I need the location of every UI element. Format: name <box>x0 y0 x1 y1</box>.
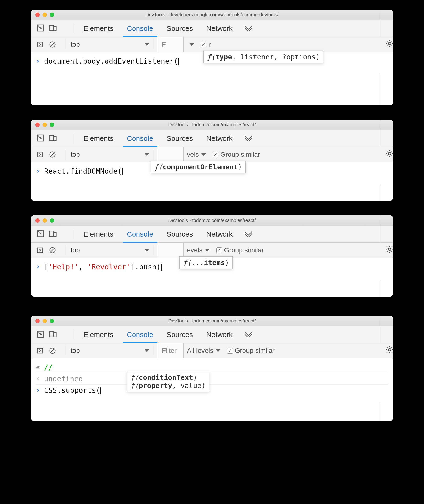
inspect-icon[interactable] <box>36 24 44 33</box>
window-title: DevTools - todomvc.com/examples/react/ <box>31 218 393 223</box>
tab-network[interactable]: Network <box>200 20 239 37</box>
more-tabs-icon[interactable] <box>244 25 253 32</box>
device-toggle-icon[interactable] <box>49 330 57 339</box>
console-filter-bar: topvelsGroup similar <box>31 147 393 162</box>
context-label: top <box>71 347 80 355</box>
console-code[interactable]: document.body.addEventListener( <box>44 57 179 65</box>
group-similar-checkbox[interactable]: r <box>197 41 214 48</box>
console-code[interactable]: undefined <box>44 375 83 383</box>
tab-network[interactable]: Network <box>200 326 239 343</box>
separator <box>73 330 73 340</box>
sidebar-toggle-icon[interactable] <box>36 151 44 158</box>
tab-elements[interactable]: Elements <box>77 226 120 242</box>
group-similar-checkbox[interactable]: Group similar <box>209 151 263 158</box>
svg-rect-29 <box>37 348 43 353</box>
separator <box>153 346 153 356</box>
chevron-down-icon <box>205 249 210 252</box>
clear-console-icon[interactable] <box>49 151 56 158</box>
text-cursor <box>122 168 123 175</box>
tab-elements[interactable]: Elements <box>77 326 120 343</box>
inspect-icon[interactable] <box>36 134 44 143</box>
gear-icon[interactable] <box>385 39 393 49</box>
gear-icon[interactable] <box>385 345 393 356</box>
filter-input[interactable]: Filter <box>157 343 184 358</box>
more-tabs-icon[interactable] <box>244 331 253 338</box>
sidebar-toggle-icon[interactable] <box>36 41 44 48</box>
context-selector[interactable]: top <box>71 347 149 355</box>
context-selector[interactable]: top <box>71 41 149 48</box>
inspect-icon[interactable] <box>36 330 44 339</box>
device-toggle-icon[interactable] <box>49 230 57 239</box>
clear-console-icon[interactable] <box>49 247 56 254</box>
tab-console[interactable]: Console <box>120 326 160 343</box>
separator <box>153 39 153 49</box>
console-line: ›CSS.supports( <box>36 385 388 396</box>
console-code[interactable]: React.findDOMNode( <box>44 167 123 175</box>
panel-tabs-toolbar: ElementsConsoleSourcesNetwork <box>31 326 393 343</box>
signature-segment: , value) <box>172 381 206 390</box>
console-line: ‹undefined <box>36 373 388 385</box>
separator <box>65 245 65 255</box>
context-selector[interactable]: top <box>71 151 149 158</box>
console-code[interactable]: ['Help!', 'Revolver'].push( <box>44 263 162 271</box>
signature-segment: ) <box>225 258 229 267</box>
svg-rect-21 <box>37 248 43 252</box>
device-toggle-icon[interactable] <box>49 24 57 33</box>
tab-network[interactable]: Network <box>200 130 239 147</box>
more-tabs-icon[interactable] <box>244 231 253 238</box>
tab-console[interactable]: Console <box>120 130 160 147</box>
chevron-down-icon <box>201 153 206 156</box>
sidebar-toggle-icon[interactable] <box>36 347 44 354</box>
signature-segment: ƒ( <box>154 163 163 171</box>
tab-elements[interactable]: Elements <box>77 20 120 37</box>
tab-console[interactable]: Console <box>120 226 160 242</box>
sidebar-toggle-icon[interactable] <box>36 247 44 254</box>
gear-icon[interactable] <box>385 149 393 160</box>
svg-rect-17 <box>54 232 56 236</box>
tab-console[interactable]: Console <box>120 20 160 37</box>
titlebar: DevTools - todomvc.com/examples/react/ <box>31 120 393 130</box>
gear-icon[interactable] <box>385 245 393 255</box>
log-levels-selector[interactable]: vels <box>184 151 209 158</box>
clear-console-icon[interactable] <box>49 347 56 354</box>
code-segment: 'Help!' <box>48 263 79 271</box>
tab-network[interactable]: Network <box>200 226 239 242</box>
device-toggle-icon[interactable] <box>49 134 57 143</box>
signature-segment: ƒ( <box>131 381 139 390</box>
filter-input[interactable] <box>157 243 184 258</box>
tab-elements[interactable]: Elements <box>77 130 120 147</box>
console-body[interactable]: ≥//‹undefined›CSS.supports( <box>31 358 393 403</box>
context-selector[interactable]: top <box>71 246 149 254</box>
clear-console-icon[interactable] <box>49 41 56 48</box>
tab-sources[interactable]: Sources <box>160 20 200 37</box>
console-code[interactable]: CSS.supports( <box>44 386 101 394</box>
filter-input[interactable] <box>157 147 184 162</box>
chevron-down-icon <box>216 349 220 352</box>
panel-tabs-toolbar: ElementsConsoleSourcesNetwork <box>31 226 393 243</box>
code-segment: document.body.addEventListener( <box>44 57 178 65</box>
code-segment: 'Revolver' <box>87 263 131 271</box>
separator <box>153 245 153 255</box>
separator <box>65 149 65 160</box>
log-levels-selector[interactable]: evels <box>184 246 213 254</box>
console-filter-bar: topFr <box>31 37 393 52</box>
tab-sources[interactable]: Sources <box>160 226 200 242</box>
console-line: ≥// <box>36 362 388 373</box>
tab-sources[interactable]: Sources <box>160 130 200 147</box>
code-segment: ].push( <box>131 263 161 271</box>
window-title: DevTools - todomvc.com/examples/react/ <box>31 122 393 128</box>
more-tabs-icon[interactable] <box>244 135 253 142</box>
console-code[interactable]: // <box>44 363 53 371</box>
inspect-icon[interactable] <box>36 230 44 239</box>
log-levels-selector[interactable]: All levels <box>184 347 224 355</box>
group-similar-checkbox[interactable]: Group similar <box>224 347 278 355</box>
return-arrow-icon: ‹ <box>36 375 41 382</box>
tab-sources[interactable]: Sources <box>160 326 200 343</box>
group-similar-checkbox[interactable]: Group similar <box>213 246 267 254</box>
log-levels-selector[interactable] <box>184 43 197 46</box>
code-segment: [ <box>44 263 48 271</box>
code-segment: CSS.supports( <box>44 386 100 394</box>
text-cursor <box>161 264 162 271</box>
filter-input[interactable]: F <box>157 37 184 52</box>
titlebar: DevTools - todomvc.com/examples/react/ <box>31 316 393 326</box>
